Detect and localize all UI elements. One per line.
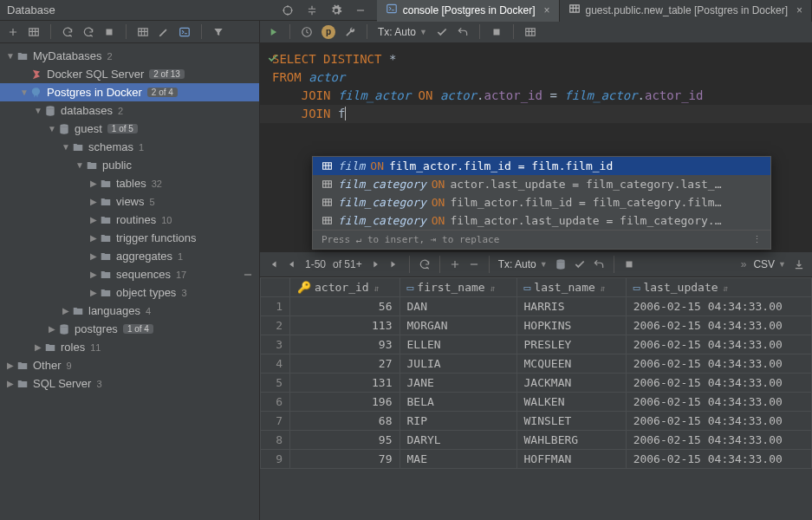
tree-node[interactable]: views5 (0, 192, 259, 211)
more-icon[interactable]: » (741, 258, 747, 270)
refresh-icon[interactable] (62, 26, 74, 38)
history-icon[interactable] (301, 26, 313, 38)
table-row[interactable]: 393ELLENPRESLEY2006-02-15 04:34:33.00 (261, 335, 812, 354)
commit-icon[interactable] (436, 26, 448, 38)
tree-node[interactable]: tables32 (0, 174, 259, 192)
delete-row-icon[interactable] (468, 258, 480, 270)
tx-mode[interactable]: Tx: Auto▼ (498, 258, 548, 270)
results-table[interactable]: 🔑actor_id▭first_name▭last_name▭last_upda… (260, 277, 812, 469)
first-page-icon[interactable] (267, 258, 279, 270)
table-row[interactable]: 768RIPWINSLET2006-02-15 04:34:33.00 (261, 412, 812, 431)
column-header[interactable]: ▭last_update (626, 278, 811, 297)
last-page-icon[interactable] (388, 258, 400, 270)
collapse-icon[interactable] (306, 4, 318, 16)
check-icon (267, 52, 279, 64)
layout-icon[interactable] (524, 26, 536, 38)
tree-node[interactable]: postgres1 of 4 (0, 320, 259, 338)
autocomplete-item[interactable]: film ON film_actor.film_id = film.film_i… (313, 157, 770, 175)
table-icon[interactable] (137, 26, 149, 38)
tree-node[interactable]: aggregates1 (0, 247, 259, 265)
rollback-icon[interactable] (457, 26, 469, 38)
autocomplete-item[interactable]: film_category ON film_actor.film_id = fi… (313, 193, 770, 211)
close-icon[interactable]: × (541, 4, 550, 16)
filter-icon[interactable] (212, 26, 224, 38)
gear-icon[interactable] (330, 4, 342, 16)
add-icon[interactable] (7, 26, 19, 38)
tree-node[interactable]: languages4 (0, 302, 259, 320)
autocomplete-item[interactable]: film_category ON actor.last_update = fil… (313, 175, 770, 193)
stop-icon[interactable] (490, 26, 503, 38)
tree-node[interactable]: MyDatabases2 (0, 47, 259, 65)
tree-node[interactable]: Postgres in Docker2 of 4 (0, 83, 259, 101)
autocomplete-item[interactable]: film_category ON film_actor.last_update … (313, 211, 770, 230)
tx-mode[interactable]: Tx: Auto▼ (378, 26, 427, 38)
target-icon[interactable] (282, 4, 294, 16)
autocomplete-popup[interactable]: film ON film_actor.film_id = film.film_i… (312, 156, 771, 250)
tree-node[interactable]: Other9 (0, 356, 259, 374)
sync-icon[interactable] (82, 26, 94, 38)
row-range: 1-50 (305, 258, 326, 270)
stop-icon[interactable] (623, 258, 635, 270)
autocomplete-hint: Press ↵ to insert, ⇥ to replace (322, 234, 499, 245)
column-header[interactable]: ▭first_name (400, 278, 516, 297)
db-submit-icon[interactable] (555, 258, 567, 270)
tree-node[interactable]: SQL Server3 (0, 374, 259, 393)
next-page-icon[interactable] (369, 258, 381, 270)
tree-node[interactable]: roles11 (0, 338, 259, 356)
edit-icon[interactable] (158, 26, 170, 38)
close-icon[interactable]: × (793, 4, 802, 16)
more-icon[interactable]: ⋮ (752, 234, 762, 245)
stop-icon[interactable] (103, 26, 115, 38)
hide-panel-icon[interactable] (242, 269, 254, 281)
duplicate-icon[interactable] (28, 26, 40, 38)
export-format[interactable]: CSV▼ (753, 258, 786, 270)
table-icon (568, 3, 581, 17)
tab-newtable[interactable]: guest.public.new_table [Postgres in Dock… (560, 0, 812, 22)
download-icon[interactable] (793, 258, 805, 270)
tab-label: console [Postgres in Docker] (403, 4, 536, 16)
commit-icon[interactable] (574, 258, 586, 270)
table-row[interactable]: 156DANHARRIS2006-02-15 04:34:33.00 (261, 297, 812, 316)
rollback-icon[interactable] (593, 258, 605, 270)
column-header[interactable]: ▭last_name (516, 278, 626, 297)
tree-node[interactable]: schemas1 (0, 138, 259, 156)
profile-badge[interactable]: p (322, 25, 335, 39)
row-header (261, 278, 290, 297)
table-row[interactable]: 5131JANEJACKMAN2006-02-15 04:34:33.00 (261, 374, 812, 393)
table-row[interactable]: 427JULIAMCQUEEN2006-02-15 04:34:33.00 (261, 354, 812, 374)
table-row[interactable]: 6196BELAWALKEN2006-02-15 04:34:33.00 (261, 393, 812, 412)
tree-node[interactable]: object types3 (0, 283, 259, 302)
sql-editor[interactable]: SELECT DISTINCT * FROM actor JOIN film_a… (260, 43, 812, 251)
tree-node[interactable]: routines10 (0, 211, 259, 229)
table-row[interactable]: 2113MORGANHOPKINS2006-02-15 04:34:33.00 (261, 316, 812, 335)
table-row[interactable]: 979MAEHOFFMAN2006-02-15 04:34:33.00 (261, 450, 812, 469)
tab-label: guest.public.new_table [Postgres in Dock… (586, 4, 788, 16)
table-row[interactable]: 895DARYLWAHLBERG2006-02-15 04:34:33.00 (261, 431, 812, 450)
tree-node[interactable]: databases2 (0, 101, 259, 120)
panel-title: Database (0, 3, 55, 16)
tree-node[interactable]: Docker SQL Server2 of 13 (0, 65, 259, 83)
column-header[interactable]: 🔑actor_id (290, 278, 400, 297)
add-row-icon[interactable] (449, 258, 461, 270)
tree-node[interactable]: sequences17 (0, 265, 259, 283)
tree-node[interactable]: trigger functions (0, 229, 259, 247)
console-icon (386, 3, 398, 17)
database-tree[interactable]: MyDatabases2Docker SQL Server2 of 13Post… (0, 43, 259, 520)
row-of: of 51+ (333, 258, 362, 270)
console-icon[interactable] (179, 26, 191, 38)
wrench-icon[interactable] (344, 26, 356, 38)
prev-page-icon[interactable] (286, 258, 298, 270)
hide-icon[interactable] (354, 4, 367, 16)
tab-console[interactable]: console [Postgres in Docker] × (377, 0, 560, 22)
run-icon[interactable] (267, 26, 279, 38)
reload-icon[interactable] (419, 258, 431, 270)
tree-node[interactable]: guest1 of 5 (0, 120, 259, 138)
tree-node[interactable]: public (0, 156, 259, 174)
